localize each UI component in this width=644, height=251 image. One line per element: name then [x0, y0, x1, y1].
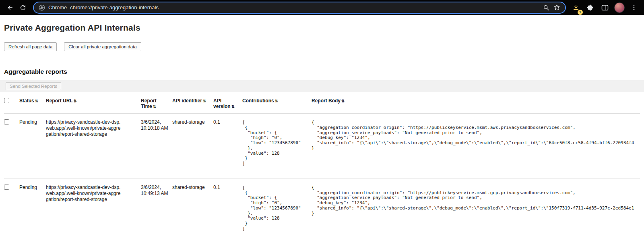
- table-header-row: Status⇅ Report URL⇅ Report Time⇅ API ide…: [4, 93, 640, 114]
- section-title: Aggregatable reports: [4, 68, 640, 75]
- refresh-icon: [20, 4, 26, 11]
- cell-api-identifier: shared-storage: [172, 178, 213, 244]
- side-panel-icon: [601, 4, 609, 11]
- cell-status: Pending: [19, 114, 46, 179]
- back-icon: [6, 4, 14, 11]
- header-report-body-label: Report Body: [312, 98, 341, 104]
- cell-report-url: https://privacy-sandcastle-dev-dsp.web.a…: [46, 114, 141, 179]
- page-title: Private Aggregation API Internals: [4, 23, 640, 33]
- cell-report-time: 3/6/2024, 10:49:13 AM: [141, 178, 172, 244]
- sort-icon: ⇅: [203, 99, 206, 103]
- cell-report-body: { "aggregation_coordinator_origin": "htt…: [312, 178, 640, 244]
- header-api-version[interactable]: API version⇅: [213, 93, 242, 114]
- cell-report-time: 3/6/2024, 10:10:18 AM: [141, 114, 172, 179]
- report-body-json: { "aggregation_coordinator_origin": "htt…: [312, 120, 637, 151]
- select-all-checkbox[interactable]: [4, 98, 9, 103]
- profile-button[interactable]: [613, 2, 625, 14]
- toolbar-right-cluster: 1: [570, 2, 640, 14]
- send-toolbar: Send Selected Reports: [0, 80, 644, 92]
- cell-contributions: [ { "bucket": { "high": "0", "low": "123…: [242, 178, 312, 244]
- cell-report-body: { "aggregation_coordinator_origin": "htt…: [312, 114, 640, 179]
- bookmark-star-icon[interactable]: [553, 4, 560, 11]
- header-api-identifier-label: API identifier: [172, 98, 202, 104]
- refresh-all-page-data-button[interactable]: Refresh all page data: [4, 42, 57, 51]
- send-selected-reports-button[interactable]: Send Selected Reports: [6, 82, 61, 90]
- header-report-time[interactable]: Report Time⇅: [141, 93, 172, 114]
- back-button[interactable]: [4, 2, 16, 14]
- puzzle-icon: [587, 4, 594, 11]
- chrome-logo-icon: [39, 4, 45, 11]
- report-body-json: { "aggregation_coordinator_origin": "htt…: [312, 185, 637, 216]
- cell-report-url: https://privacy-sandcastle-dev-dsp.web.a…: [46, 178, 141, 244]
- download-count-badge: 1: [578, 10, 583, 15]
- cell-api-identifier: shared-storage: [172, 114, 213, 179]
- cell-api-version: 0.1: [213, 178, 242, 244]
- sort-icon: ⇅: [153, 104, 156, 109]
- clear-all-private-aggregation-data-button[interactable]: Clear all private aggregation data: [64, 42, 141, 51]
- report-row[interactable]: Pending https://privacy-sandcastle-dev-d…: [4, 178, 640, 244]
- sort-icon: ⇅: [35, 99, 38, 103]
- header-api-identifier[interactable]: API identifier⇅: [172, 93, 213, 114]
- divider: [0, 61, 644, 61]
- header-report-url[interactable]: Report URL⇅: [46, 93, 141, 114]
- avatar: [614, 2, 625, 13]
- header-status-label: Status: [19, 98, 34, 104]
- reports-table: Status⇅ Report URL⇅ Report Time⇅ API ide…: [4, 93, 640, 244]
- contributions-json: [ { "bucket": { "high": "0", "low": "123…: [242, 185, 308, 232]
- side-panel-button[interactable]: [599, 2, 611, 14]
- site-chip-label: Chrome: [48, 4, 67, 10]
- refresh-button[interactable]: [17, 2, 29, 14]
- header-report-url-label: Report URL: [46, 98, 73, 104]
- omnibox[interactable]: Chrome chrome://private-aggregation-inte…: [33, 2, 566, 14]
- menu-button[interactable]: [628, 2, 640, 14]
- row-checkbox[interactable]: [4, 119, 9, 124]
- kebab-menu-icon: [631, 4, 637, 11]
- search-icon[interactable]: [543, 4, 549, 11]
- cell-contributions: [ { "bucket": { "high": "0", "low": "123…: [242, 114, 312, 179]
- header-contributions-label: Contributions: [242, 98, 274, 104]
- download-icon: [573, 4, 579, 11]
- header-contributions[interactable]: Contributions⇅: [242, 93, 312, 114]
- page-actions: Refresh all page data Clear all private …: [4, 42, 640, 51]
- contributions-json: [ { "bucket": { "high": "0", "low": "123…: [242, 120, 308, 166]
- header-api-version-label: API version: [213, 98, 231, 109]
- extensions-button[interactable]: [584, 2, 597, 14]
- downloads-button[interactable]: 1: [570, 2, 582, 14]
- sort-icon: ⇅: [341, 99, 345, 103]
- browser-toolbar: Chrome chrome://private-aggregation-inte…: [0, 0, 644, 15]
- sort-icon: ⇅: [74, 99, 77, 103]
- header-status[interactable]: Status⇅: [19, 93, 46, 114]
- report-row[interactable]: Pending https://privacy-sandcastle-dev-d…: [4, 114, 640, 179]
- url-text: chrome://private-aggregation-internals: [70, 4, 540, 10]
- header-report-body[interactable]: Report Body⇅: [312, 93, 640, 114]
- page-content: Private Aggregation API Internals Refres…: [0, 23, 644, 244]
- cell-api-version: 0.1: [213, 114, 242, 179]
- sort-icon: ⇅: [231, 104, 235, 109]
- sort-icon: ⇅: [275, 99, 278, 103]
- cell-status: Pending: [19, 178, 46, 244]
- row-checkbox[interactable]: [4, 185, 9, 190]
